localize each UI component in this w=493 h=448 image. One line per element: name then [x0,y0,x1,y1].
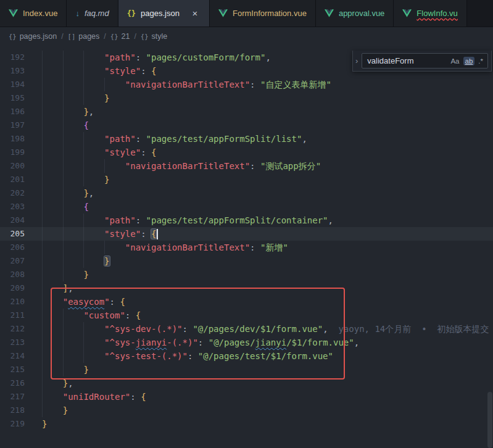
code-line-216[interactable]: 216}, [0,376,493,390]
find-query[interactable]: validateForm [367,56,413,65]
code-line-203[interactable]: 203{ [0,200,493,214]
code-token: jianyi [255,338,287,347]
code-token: "pages/customForm/form" [146,52,266,62]
line-number[interactable]: 195 [0,91,25,105]
code-line-211[interactable]: 211"custom": { [0,309,493,322]
code-line-205[interactable]: 205"style": { [0,227,493,241]
code-token: "style" [104,147,141,157]
indent-guide [42,51,63,64]
line-number[interactable]: 196 [0,105,25,118]
code-line-197[interactable]: 197{ [0,118,493,132]
code-token: "^sys-test-(.*)" [104,351,188,361]
code-line-215[interactable]: 215} [0,363,493,376]
line-number[interactable]: 209 [0,281,25,295]
line-number[interactable]: 198 [0,132,25,146]
line-content: } [42,404,68,417]
breadcrumb-item-pages.json[interactable]: {}pages.json [9,32,57,41]
code-line-199[interactable]: 199"style": { [0,146,493,159]
line-number[interactable]: 197 [0,118,25,132]
indent-guide [83,64,104,78]
line-content: } [42,268,89,281]
code-token: : [250,243,260,252]
indent-guide [83,78,104,91]
line-number[interactable]: 201 [0,173,25,186]
breadcrumb-item-pages[interactable]: []pages [68,32,100,41]
code-line-200[interactable]: 200"navigationBarTitleText": "测试app拆分" [0,159,493,173]
code-token: /$1/form.vue" [286,338,354,347]
breadcrumb-item-21[interactable]: {}21 [110,32,130,41]
indent-guide [83,159,104,173]
code-line-208[interactable]: 208} [0,268,493,281]
chevron-right-icon[interactable]: › [354,56,359,65]
line-number[interactable]: 219 [0,417,25,431]
tab-Index.vue[interactable]: Index.vue [0,0,67,27]
tab-approval.vue[interactable]: approval.vue [316,0,394,27]
code-line-202[interactable]: 202}, [0,186,493,200]
code-token: : [250,161,260,171]
code-line-218[interactable]: 218} [0,404,493,417]
code-line-206[interactable]: 206"navigationBarTitleText": "新增" [0,241,493,254]
line-number[interactable]: 214 [0,349,25,363]
line-number[interactable]: 208 [0,268,25,281]
line-number[interactable]: 217 [0,390,25,404]
indent-guide [42,404,63,417]
code-token: : [141,229,151,239]
code-token: } [83,107,88,117]
line-number[interactable]: 206 [0,241,25,254]
regex-toggle[interactable]: .* [476,57,485,65]
code-line-201[interactable]: 201} [0,173,493,186]
code-token: , [89,188,94,198]
indent-guide [42,91,63,105]
code-line-219[interactable]: 219} [0,417,493,431]
line-number[interactable]: 213 [0,336,25,349]
line-number[interactable]: 204 [0,214,25,227]
code-line-196[interactable]: 196}, [0,105,493,118]
line-content: } [42,91,110,105]
line-number[interactable]: 207 [0,254,25,268]
line-number[interactable]: 202 [0,186,25,200]
code-line-207[interactable]: 207} [0,254,493,268]
line-number[interactable]: 194 [0,78,25,91]
line-number[interactable]: 211 [0,309,25,322]
find-input[interactable]: validateForm Aa ab .* [362,53,488,68]
code-line-209[interactable]: 209], [0,281,493,295]
line-number[interactable]: 199 [0,146,25,159]
line-number[interactable]: 212 [0,322,25,336]
code-line-213[interactable]: 213"^sys-jianyi-(.*)": "@/pages/jianyi/$… [0,336,493,349]
code-line-214[interactable]: 214"^sys-test-(.*)": "@/pages/test/$1/fo… [0,349,493,363]
editor[interactable]: 192"path": "pages/customForm/form",193"s… [0,46,493,448]
line-number[interactable]: 200 [0,159,25,173]
line-number[interactable]: 215 [0,363,25,376]
scrollbar[interactable] [487,46,493,448]
whole-word-toggle[interactable]: ab [463,57,475,65]
code-line-210[interactable]: 210"easycom": { [0,295,493,309]
code-line-198[interactable]: 198"path": "pages/test/appFormSplit/list… [0,132,493,146]
code-line-217[interactable]: 217"uniIdRouter": { [0,390,493,404]
match-case-toggle[interactable]: Aa [449,57,461,65]
close-icon[interactable]: × [189,8,201,19]
indent-guide [42,146,63,159]
line-number[interactable]: 216 [0,376,25,390]
breadcrumb-separator: / [61,32,63,41]
line-number[interactable]: 193 [0,64,25,78]
code-lines[interactable]: 192"path": "pages/customForm/form",193"s… [0,51,493,431]
code-line-204[interactable]: 204"path": "pages/test/appFormSplit/cont… [0,214,493,227]
code-line-212[interactable]: 212"^sys-dev-(.*)": "@/pages/dev/$1/form… [0,322,493,336]
tab-FlowInfo.vu[interactable]: FlowInfo.vu [394,0,466,27]
tab-FormInformation.vue[interactable]: FormInformation.vue [210,0,316,27]
code-token: : [136,134,146,144]
indent-guide [83,91,104,105]
line-number[interactable]: 210 [0,295,25,309]
scrollbar-thumb[interactable] [487,392,492,448]
code-line-195[interactable]: 195} [0,91,493,105]
code-line-194[interactable]: 194"navigationBarTitleText": "自定义表单新增" [0,78,493,91]
code-token: "@/pages/test/$1/form.vue" [198,351,333,361]
tab-pages.json[interactable]: {}pages.json× [118,0,210,27]
line-number[interactable]: 218 [0,404,25,417]
line-number[interactable]: 203 [0,200,25,214]
tab-faq.md[interactable]: ↓faq.md [67,0,118,27]
breadcrumb: {}pages.json/[]pages/{}21/{}style [0,27,493,46]
line-number[interactable]: 205 [0,227,25,241]
breadcrumb-item-style[interactable]: {}style [141,32,167,41]
line-number[interactable]: 192 [0,51,25,64]
